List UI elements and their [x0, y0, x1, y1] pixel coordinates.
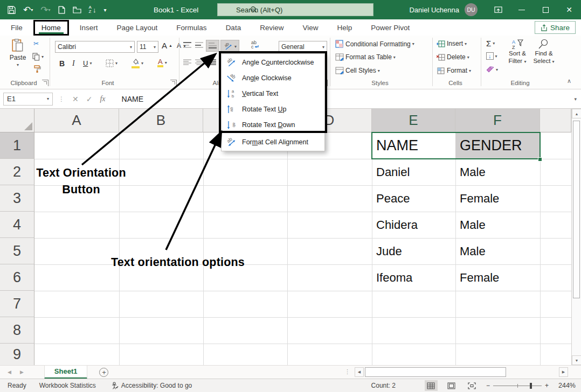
customize-qat-icon[interactable]: ▾	[103, 7, 106, 13]
insert-cells-button[interactable]: Insert▾	[437, 40, 467, 47]
zoom-out-icon[interactable]: −	[486, 382, 490, 389]
new-file-icon[interactable]	[58, 6, 65, 14]
column-header-partial[interactable]	[540, 109, 571, 132]
format-cells-button[interactable]: Format▾	[437, 67, 471, 74]
enter-icon[interactable]: ✓	[86, 95, 93, 103]
cell-f2[interactable]: Male	[455, 159, 540, 185]
open-file-icon[interactable]	[73, 6, 81, 13]
scroll-left-icon[interactable]: ◀	[355, 367, 364, 377]
horizontal-scrollbar[interactable]: ◀ ▶	[355, 367, 568, 377]
copy-button[interactable]: ▾	[32, 53, 44, 61]
scroll-up-icon[interactable]: ▲	[572, 109, 581, 118]
page-layout-view-icon[interactable]	[445, 380, 458, 391]
formula-value[interactable]: NAME	[122, 95, 143, 103]
font-size-select[interactable]: 11▾	[137, 41, 158, 53]
sheet-nav-left-icon[interactable]: ◀	[8, 369, 11, 375]
cell-e2[interactable]: Daniel	[372, 159, 455, 185]
tab-insert[interactable]: Insert	[72, 20, 106, 36]
normal-view-icon[interactable]	[425, 380, 438, 391]
search-box[interactable]	[217, 3, 374, 16]
row-header-5[interactable]: 5	[0, 238, 34, 264]
collapse-ribbon-button[interactable]: ∧	[567, 78, 571, 85]
borders-button[interactable]: ▾	[106, 59, 117, 67]
orientation-button[interactable]: ab ▾	[220, 40, 239, 53]
row-header-6[interactable]: 6	[0, 264, 34, 291]
cell-f4[interactable]: Male	[455, 212, 540, 238]
align-center-button[interactable]	[195, 59, 203, 66]
font-dialog-launcher[interactable]	[170, 80, 177, 86]
sheet-nav-right-icon[interactable]: ▶	[20, 369, 24, 375]
row-header-1[interactable]: 1	[0, 132, 34, 159]
vertical-scrollbar[interactable]: ▲ ▼	[571, 109, 581, 365]
paste-button[interactable]: Paste ▾	[5, 39, 30, 67]
new-sheet-button[interactable]: +	[99, 368, 108, 377]
name-box[interactable]: E1▾	[3, 93, 53, 106]
close-button[interactable]: ✕	[557, 0, 581, 19]
ribbon-display-options-icon[interactable]	[486, 0, 510, 19]
font-color-button[interactable]: A ▾	[157, 58, 167, 67]
bold-button[interactable]: B	[59, 59, 65, 68]
column-header-b[interactable]: B	[119, 109, 203, 132]
zoom-slider[interactable]: − +	[486, 382, 549, 389]
tab-data[interactable]: Data	[218, 20, 250, 36]
cell-e6[interactable]: Ifeoma	[372, 264, 455, 291]
column-header-a[interactable]: A	[34, 109, 119, 132]
cell-e3[interactable]: Peace	[372, 185, 455, 212]
menu-item-angle-clockwise[interactable]: ab Angle Clockwise	[222, 70, 324, 86]
format-as-table-button[interactable]: Format as Table▾	[335, 53, 396, 61]
scroll-right-icon[interactable]: ▶	[559, 367, 568, 377]
horizontal-scrollbar-thumb[interactable]	[365, 367, 506, 377]
tab-view[interactable]: View	[294, 20, 326, 36]
fill-color-button[interactable]: ▾	[132, 58, 143, 68]
minimize-button[interactable]	[510, 0, 534, 19]
bottom-align-button[interactable]	[206, 40, 219, 52]
top-align-button[interactable]	[183, 42, 191, 48]
row-header-9[interactable]: 9	[0, 344, 34, 365]
menu-item-rotate-text-down[interactable]: ab Rotate Text Down	[222, 117, 324, 132]
sort-az-icon[interactable]: AZ ↓	[89, 5, 96, 14]
workbook-statistics-button[interactable]: Workbook Statistics	[39, 382, 96, 389]
zoom-slider-handle[interactable]	[530, 383, 532, 389]
redo-button[interactable]: ↷▾	[40, 4, 50, 16]
page-break-preview-icon[interactable]	[466, 380, 479, 391]
clear-button[interactable]: ▾	[486, 66, 498, 73]
share-button[interactable]: Share	[535, 21, 576, 34]
avatar[interactable]: DU	[465, 3, 478, 16]
row-header-4[interactable]: 4	[0, 212, 34, 238]
tab-help[interactable]: Help	[329, 20, 360, 36]
undo-button[interactable]: ↶▾	[23, 4, 33, 16]
maximize-button[interactable]	[534, 0, 557, 19]
clipboard-dialog-launcher[interactable]	[42, 80, 49, 86]
autosum-button[interactable]: Σ▾	[486, 39, 495, 48]
cell-f6[interactable]: Female	[455, 264, 540, 291]
tab-formulas[interactable]: Formulas	[168, 20, 215, 36]
menu-item-angle-counterclockwise[interactable]: ab Angle Counterclockwise	[222, 54, 324, 70]
increase-font-size-button[interactable]: A▲	[162, 41, 172, 50]
cancel-icon[interactable]: ✕	[72, 95, 79, 103]
menu-item-format-cell-alignment[interactable]: ab Format Cell Alignment	[222, 134, 324, 150]
number-format-select[interactable]: General▾	[279, 41, 327, 53]
middle-align-button[interactable]	[195, 42, 203, 48]
tab-home[interactable]: Home	[33, 20, 69, 36]
scrollbar-resize-handle[interactable]: ⋮	[344, 368, 350, 375]
align-right-button[interactable]	[208, 59, 216, 66]
cut-button[interactable]: ✂	[33, 40, 39, 47]
conditional-formatting-button[interactable]: Conditional Formatting▾	[335, 40, 414, 48]
insert-function-icon[interactable]: fx	[100, 95, 105, 103]
zoom-in-icon[interactable]: +	[545, 382, 549, 389]
column-header-e[interactable]: E	[372, 109, 455, 132]
scroll-down-icon[interactable]: ▼	[572, 355, 581, 365]
tab-page-layout[interactable]: Page Layout	[109, 20, 166, 36]
cell-e4[interactable]: Chidera	[372, 212, 455, 238]
vertical-scrollbar-thumb[interactable]	[573, 121, 580, 298]
sheet-tab-sheet1[interactable]: Sheet1	[44, 366, 88, 379]
cell-f3[interactable]: Female	[455, 185, 540, 212]
align-left-button[interactable]	[183, 59, 191, 66]
menu-item-rotate-text-up[interactable]: ab Rotate Text Up	[222, 101, 324, 117]
expand-formula-bar-icon[interactable]: ▾	[574, 96, 577, 102]
save-icon[interactable]	[8, 6, 16, 14]
tab-review[interactable]: Review	[252, 20, 292, 36]
zoom-percentage[interactable]: 244%	[556, 382, 576, 389]
tab-file[interactable]: File	[3, 20, 31, 36]
column-header-f[interactable]: F	[455, 109, 540, 132]
